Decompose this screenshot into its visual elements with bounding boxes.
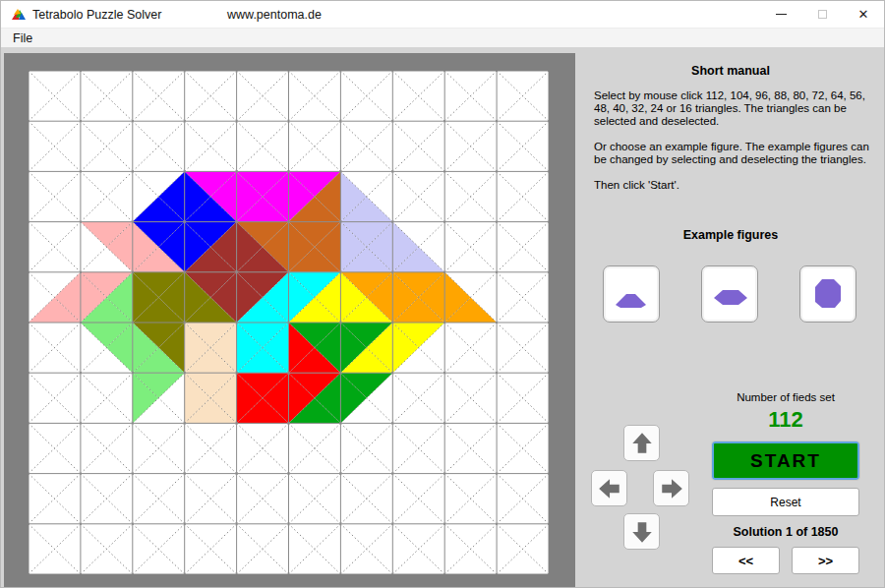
- minimize-icon: [776, 14, 787, 16]
- arrow-left-icon: [597, 476, 622, 501]
- example-figure-3-icon: [807, 274, 849, 314]
- previous-solution-button[interactable]: <<: [712, 547, 780, 574]
- close-icon: ✕: [858, 7, 869, 22]
- close-button[interactable]: ✕: [843, 1, 884, 28]
- solution-counter: Solution 1 of 1850: [712, 525, 859, 539]
- manual-paragraph-3: Then click 'Start'.: [594, 179, 883, 192]
- move-right-button[interactable]: [653, 470, 689, 506]
- move-up-button[interactable]: [623, 425, 660, 461]
- side-panel: Short manual Select by mouse click 112, …: [575, 47, 885, 588]
- example-figure-button-3[interactable]: [799, 265, 856, 323]
- manual-paragraph-1: Select by mouse click 112, 104, 96, 88, …: [594, 89, 883, 128]
- fields-set-label: Number of fieds set: [712, 391, 859, 403]
- start-button[interactable]: START: [712, 441, 859, 480]
- example-figures-heading: Example figures: [575, 228, 885, 242]
- manual-text: Select by mouse click 112, 104, 96, 88, …: [594, 89, 883, 205]
- manual-paragraph-2: Or choose an example figure. The example…: [594, 141, 883, 166]
- puzzle-board[interactable]: [29, 71, 549, 574]
- window-title: Tetrabolo Puzzle Solver: [32, 8, 161, 22]
- board-frame: [4, 53, 575, 588]
- menu-file[interactable]: File: [1, 29, 40, 45]
- maximize-button[interactable]: [801, 1, 843, 28]
- move-left-button[interactable]: [591, 470, 627, 506]
- app-window: Tetrabolo Puzzle Solver www.pentoma.de ✕…: [0, 0, 885, 588]
- example-figure-button-1[interactable]: [603, 265, 660, 323]
- website-label: www.pentoma.de: [227, 8, 322, 22]
- move-down-button[interactable]: [623, 513, 660, 550]
- example-figure-button-2[interactable]: [701, 265, 758, 323]
- arrow-right-icon: [659, 476, 684, 501]
- example-figure-1-icon: [611, 274, 652, 314]
- menu-bar: File: [1, 28, 884, 47]
- window-controls: ✕: [760, 1, 884, 28]
- fields-set-value: 112: [712, 407, 859, 433]
- app-logo-icon: [11, 7, 27, 21]
- arrow-down-icon: [629, 519, 655, 545]
- example-figure-2-icon: [709, 274, 750, 314]
- next-solution-button[interactable]: >>: [792, 547, 859, 574]
- manual-heading: Short manual: [575, 64, 885, 78]
- maximize-icon: [818, 10, 827, 19]
- arrow-up-icon: [629, 431, 655, 456]
- puzzle-grid-svg: [29, 71, 549, 574]
- title-bar: Tetrabolo Puzzle Solver www.pentoma.de ✕: [1, 1, 884, 28]
- reset-button[interactable]: Reset: [712, 488, 859, 516]
- minimize-button[interactable]: [760, 1, 801, 28]
